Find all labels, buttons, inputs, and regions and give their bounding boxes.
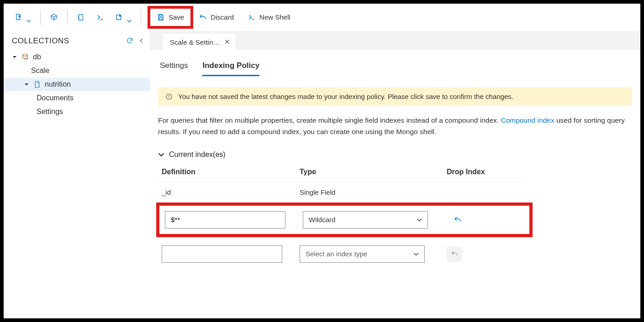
cube-button[interactable] — [44, 10, 63, 24]
index-def-readonly: _id — [162, 188, 285, 196]
save-label: Save — [169, 13, 184, 21]
svg-rect-7 — [159, 17, 162, 20]
tree-settings[interactable]: Settings — [4, 105, 150, 119]
chevron-down-icon — [26, 16, 31, 19]
index-type-readonly: Single Field — [300, 188, 432, 196]
tree-db-label: db — [33, 53, 41, 61]
sidebar: COLLECTIONS db Scale nutrit — [4, 31, 150, 318]
collapse-button[interactable] — [138, 37, 145, 46]
open-dropdown[interactable] — [110, 10, 137, 24]
cube-icon — [50, 13, 58, 21]
undo-icon — [454, 216, 462, 224]
compound-index-link[interactable]: Compound index — [501, 116, 554, 124]
document-tab[interactable]: Scale & Settin… ✕ — [163, 34, 236, 50]
help-text-1: For queries that filter on multiple prop… — [158, 116, 501, 124]
chevron-down-icon — [413, 251, 419, 257]
index-row: Select an index type — [158, 237, 527, 269]
section-title: Current index(es) — [169, 151, 226, 159]
new-shell-button[interactable]: New Shell — [242, 10, 296, 24]
tree-collection-label: nutrition — [45, 80, 71, 88]
col-header-drop: Drop Index — [447, 168, 523, 176]
tree-scale[interactable]: Scale — [4, 64, 150, 78]
index-definition-input[interactable] — [165, 211, 285, 229]
chevron-down-icon — [158, 151, 164, 158]
alert-text: You have not saved the latest changes ma… — [178, 93, 513, 100]
drop-index-button[interactable] — [450, 212, 465, 228]
save-button-highlight: Save — [148, 6, 193, 29]
svg-rect-6 — [159, 15, 162, 16]
undo-icon — [450, 250, 459, 258]
index-type-select[interactable]: Wildcard — [303, 211, 428, 229]
drop-index-button-disabled — [447, 246, 462, 262]
tree-documents-label: Documents — [37, 94, 74, 102]
caret-down-icon — [12, 55, 17, 59]
discard-button[interactable]: Discard — [193, 10, 239, 24]
divider — [67, 10, 68, 25]
chevron-down-icon — [417, 217, 422, 223]
sidebar-title: COLLECTIONS — [12, 36, 69, 46]
tree: db Scale nutrition Documents Settings — [4, 50, 150, 119]
index-type-value: Wildcard — [309, 216, 335, 223]
save-icon — [157, 13, 165, 21]
tree-db[interactable]: db — [4, 50, 150, 64]
save-button[interactable]: Save — [151, 10, 190, 24]
index-row-highlight: Wildcard — [156, 203, 533, 237]
tab-strip: Scale & Settin… ✕ — [150, 31, 640, 50]
notebook-button[interactable] — [71, 10, 90, 24]
refresh-button[interactable] — [126, 37, 133, 46]
divider — [141, 10, 141, 25]
svg-point-8 — [23, 54, 28, 56]
document-tab-title: Scale & Settin… — [170, 38, 220, 46]
chevron-left-icon — [138, 37, 145, 44]
svg-rect-1 — [79, 15, 83, 20]
index-row: Wildcard — [161, 208, 528, 231]
col-header-type: Type — [300, 168, 432, 176]
document-plus-icon — [15, 13, 23, 21]
unsaved-changes-alert: You have not saved the latest changes ma… — [158, 87, 632, 106]
shell-button[interactable] — [90, 10, 110, 24]
prompt-icon — [96, 13, 104, 21]
divider — [40, 10, 41, 25]
discard-label: Discard — [211, 13, 234, 21]
close-icon[interactable]: ✕ — [224, 38, 230, 46]
index-type-select[interactable]: Select an index type — [300, 245, 425, 263]
help-text: For queries that filter on multiple prop… — [158, 115, 632, 138]
section-current-indexes[interactable]: Current index(es) — [158, 151, 632, 159]
tree-settings-label: Settings — [37, 108, 63, 116]
caret-down-icon — [24, 82, 29, 87]
panel: Settings Indexing Policy You have not sa… — [150, 50, 640, 318]
index-row: _id Single Field — [158, 182, 527, 203]
info-icon — [165, 93, 173, 100]
svg-point-9 — [25, 58, 27, 59]
new-item-dropdown[interactable] — [9, 10, 37, 24]
toolbar: Save Discard New Shell — [4, 4, 640, 31]
chevron-down-icon — [127, 16, 132, 19]
tree-collection[interactable]: nutrition — [4, 78, 150, 91]
main: Scale & Settin… ✕ Settings Indexing Poli… — [150, 31, 640, 318]
subtab-settings[interactable]: Settings — [160, 61, 188, 76]
notebook-icon — [77, 13, 85, 21]
subtab-indexing-policy[interactable]: Indexing Policy — [202, 61, 259, 76]
index-type-placeholder: Select an index type — [306, 250, 367, 258]
refresh-icon — [126, 37, 133, 44]
undo-icon — [199, 13, 207, 21]
index-definition-input[interactable] — [162, 245, 282, 263]
document-icon — [33, 80, 41, 88]
index-table: Definition Type Drop Index _id Single Fi… — [158, 168, 527, 269]
open-icon — [115, 13, 123, 21]
prompt-icon — [248, 13, 256, 21]
new-shell-label: New Shell — [259, 13, 290, 21]
database-icon — [21, 53, 29, 61]
tree-documents[interactable]: Documents — [4, 91, 150, 105]
svg-point-12 — [169, 95, 169, 95]
col-header-definition: Definition — [162, 168, 285, 176]
tree-scale-label: Scale — [31, 67, 49, 75]
